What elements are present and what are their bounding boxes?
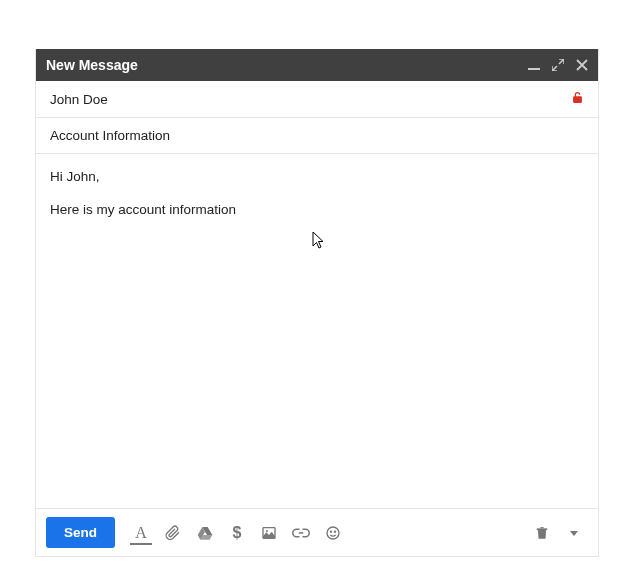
body-line: Hi John, bbox=[50, 168, 584, 187]
money-icon[interactable]: $ bbox=[223, 519, 251, 547]
body-line: Here is my account information bbox=[50, 201, 584, 220]
attachment-icon[interactable] bbox=[159, 519, 187, 547]
header-controls bbox=[528, 59, 588, 71]
compose-header: New Message bbox=[36, 49, 598, 81]
compose-window: New Message John Doe Accou bbox=[35, 49, 599, 557]
link-icon[interactable] bbox=[287, 519, 315, 547]
trash-icon[interactable] bbox=[528, 519, 556, 547]
svg-point-4 bbox=[327, 527, 339, 539]
header-title: New Message bbox=[46, 57, 528, 73]
svg-rect-0 bbox=[528, 68, 540, 70]
subject-field[interactable]: Account Information bbox=[36, 118, 598, 154]
cursor-icon bbox=[312, 231, 328, 257]
svg-point-3 bbox=[266, 530, 268, 532]
compose-toolbar: Send A $ bbox=[36, 508, 598, 556]
formatting-icon[interactable]: A bbox=[127, 519, 155, 547]
image-icon[interactable] bbox=[255, 519, 283, 547]
emoji-icon[interactable] bbox=[319, 519, 347, 547]
message-body[interactable]: Hi John, Here is my account information bbox=[36, 154, 598, 508]
minimize-icon[interactable] bbox=[528, 59, 540, 71]
drive-icon[interactable] bbox=[191, 519, 219, 547]
svg-point-5 bbox=[330, 531, 331, 532]
svg-rect-1 bbox=[574, 97, 582, 102]
lock-icon[interactable] bbox=[571, 91, 584, 107]
send-button[interactable]: Send bbox=[46, 517, 115, 548]
expand-icon[interactable] bbox=[552, 59, 564, 71]
svg-point-6 bbox=[334, 531, 335, 532]
subject-value: Account Information bbox=[50, 128, 584, 143]
close-icon[interactable] bbox=[576, 59, 588, 71]
to-field[interactable]: John Doe bbox=[36, 81, 598, 118]
more-options-icon[interactable] bbox=[560, 519, 588, 547]
to-value: John Doe bbox=[50, 92, 571, 107]
